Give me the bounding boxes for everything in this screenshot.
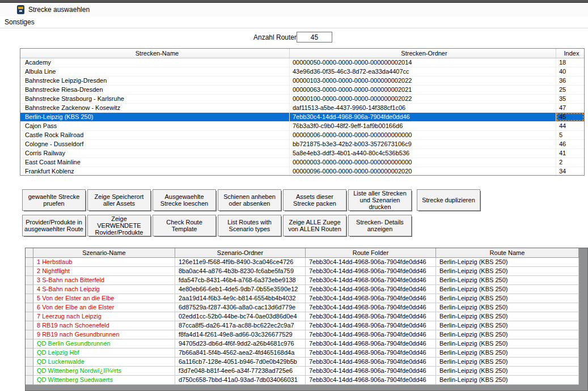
scenario-cell-route_folder[interactable]: 7ebb30c4-14dd-4968-906a-7904fde0dd46 [306,267,436,276]
scenario-cell-route_folder[interactable]: 7ebb30c4-14dd-4968-906a-7904fde0dd46 [306,276,436,285]
scenario-cell-folder[interactable]: f3d7e048-b81f-4ee6-a34f-77238ad725e6 [175,367,306,376]
btn-zeige-speicherort-aller-assets[interactable]: Zeige Speicherort aller Assets [87,189,151,211]
table-row[interactable]: 5 Von der Elster an die Elbe2aa19d14-f6b… [26,294,587,303]
table-row[interactable]: 2 Nightflight8ba0ac44-a876-4b3b-8230-fc6… [26,267,587,276]
scenario-cell-name[interactable]: 2 Nightflight [33,267,175,276]
row-header[interactable] [26,285,33,294]
btn-liste-aller-strecken-und-szenarien-drucken[interactable]: Liste aller Strecken und Szenarien druck… [348,189,412,211]
scenario-cell-folder[interactable]: 94705d23-db6d-4f6f-9dd2-a26b4681c976 [175,339,306,348]
route-cell-folder[interactable]: 00000103-0000-0000-0000-000000002022 [290,76,556,85]
table-row[interactable]: 3 S-Bahn nach Bitterfeldfda547cb-8431-46… [26,276,587,285]
column-header-szenario-ordner[interactable]: Szenario-Ordner [175,248,306,258]
row-header[interactable] [26,258,33,267]
scenario-cell-folder[interactable]: fda547cb-8431-46b4-a768-6a373ebe9138 [175,276,306,285]
scenario-cell-folder[interactable]: 6a116cb7-128e-4051-b946-7d0e0b429b5b [175,358,306,367]
scenario-cell-folder[interactable]: d750c658-7bbd-41a0-93ad-7db034066031 [175,376,306,385]
table-row[interactable]: Cologne - Dusseldorfbb721875-b3e3-42b2-b… [20,140,584,149]
route-cell-name[interactable]: Bahnstrecke Zackenow - Kosewitz [20,104,290,112]
route-cell-name[interactable]: Castle Rock Railroad [20,131,290,139]
scenario-cell-folder[interactable]: 7b66a841-5f4b-4562-aea2-4fd465168d4a [175,348,306,358]
row-header[interactable] [26,303,33,312]
row-header[interactable] [26,294,33,303]
route-cell-name[interactable]: Academy [20,58,290,67]
table-row[interactable]: 6 Von der Elbe an die Elster6d87529a-f28… [26,303,587,312]
route-cell-folder[interactable]: 5a8e4eb3-ddf3-4b01-a440-80c4c536b536 [290,149,556,158]
row-header[interactable] [26,267,33,276]
route-cell-index[interactable]: 41 [556,149,584,158]
scenario-cell-route_name[interactable]: Berlin-Leipzig (KBS 250) [436,376,579,385]
scenario-cell-route_folder[interactable]: 7ebb30c4-14dd-4968-906a-7904fde0dd46 [306,376,436,385]
scenario-cell-name[interactable]: QD Berlin Gesundbrunnen [33,339,175,348]
scenario-cell-route_folder[interactable]: 7ebb30c4-14dd-4968-906a-7904fde0dd46 [306,358,436,367]
route-cell-folder[interactable]: daf11513-a5be-4437-9960-14f388cf1c06 [290,104,556,112]
scenario-cell-route_folder[interactable]: 7ebb30c4-14dd-4968-906a-7904fde0dd46 [306,312,436,321]
scenario-cell-route_name[interactable]: Berlin-Leipzig (KBS 250) [436,358,579,367]
route-cell-index[interactable]: 25 [556,86,584,94]
route-cell-name[interactable]: East Coast Mainline [20,158,290,167]
scenario-cell-route_name[interactable]: Berlin-Leipzig (KBS 250) [436,312,579,321]
table-row[interactable]: East Coast Mainline00000003-0000-0000-00… [20,158,584,167]
route-cell-folder[interactable]: 43e96d36-0f35-46c3-8d72-ea33da4407cc [290,67,556,76]
column-header-strecken-name[interactable]: Strecken-Name [20,49,290,58]
column-header-strecken-ordner[interactable]: Strecken-Ordner [290,49,556,58]
route-cell-index[interactable]: 2 [556,158,584,167]
scenario-cell-folder[interactable]: 126e11e9-f568-4f9b-8490-3ca046ce4726 [175,258,306,267]
scenario-cell-name[interactable]: 8 RB19 nach Schoenefeld [33,321,175,330]
scenario-cell-route_folder[interactable]: 7ebb30c4-14dd-4968-906a-7904fde0dd46 [306,285,436,294]
table-row[interactable]: QD Wittenberg Suedwaertsd750c658-7bbd-41… [26,376,587,385]
scenario-cell-route_name[interactable]: Berlin-Leipzig (KBS 250) [436,321,579,330]
route-cell-folder[interactable]: 00000096-0000-0000-0000-000000002020 [290,167,556,176]
scenario-cell-folder[interactable]: 2aa19d14-f6b3-4e9c-b814-6554bb4b4032 [175,294,306,303]
row-header[interactable] [26,321,33,330]
scenario-cell-folder[interactable]: 6d87529a-f287-4306-a8a0-cac13d6d779e [175,303,306,312]
btn-provider-produkte-in-ausgewaehlter-route[interactable]: Provider/Produkte in ausgewaehlter Route [22,215,86,236]
scenario-cell-name[interactable]: 1 Herbstlaub [33,258,175,267]
scenario-cell-route_folder[interactable]: 7ebb30c4-14dd-4968-906a-7904fde0dd46 [306,330,436,339]
scenario-cell-route_folder[interactable]: 7ebb30c4-14dd-4968-906a-7904fde0dd46 [306,348,436,358]
scenario-cell-name[interactable]: 9 RB19 nach Gesundbrunnen [33,330,175,339]
table-row[interactable]: Corris Railway5a8e4eb3-ddf3-4b01-a440-80… [20,149,584,158]
scenario-cell-name[interactable]: 7 Leerzug nach Leipzig [33,312,175,321]
route-cell-index[interactable]: 36 [556,76,584,85]
scenario-cell-route_folder[interactable]: 7ebb30c4-14dd-4968-906a-7904fde0dd46 [306,367,436,376]
table-row[interactable]: Academy00000050-0000-0000-0000-000000002… [20,58,584,67]
scenario-cell-name[interactable]: QD Leipzig Hbf [33,348,175,358]
route-cell-folder[interactable]: 7ebb30c4-14dd-4968-906a-7904fde0dd46 [290,113,556,121]
anzahl-routen-input[interactable] [297,32,332,42]
table-row[interactable]: QD Leipzig Hbf7b66a841-5f4b-4562-aea2-4f… [26,348,587,358]
scenario-cell-route_name[interactable]: Berlin-Leipzig (KBS 250) [436,330,579,339]
scenario-cell-folder[interactable]: 87cca8f5-da26-417a-ac88-bc622ec2c9a7 [175,321,306,330]
route-cell-name[interactable]: Bahnstrecke Strasbourg - Karlsruhe [20,95,290,103]
btn-zeige-verwendete-rovider-produkte[interactable]: Zeige VERWENDETE Rovider/Produkte [87,215,151,236]
btn-ausgewaehlte-strecke-loeschen[interactable]: Ausgewaehlte Strecke loeschen [153,189,216,211]
btn-strecken-details-anzeigen[interactable]: Strecken- Details anzeigen [348,215,412,236]
scenario-cell-route_name[interactable]: Berlin-Leipzig (KBS 250) [436,303,579,312]
table-row[interactable]: QD Berlin Gesundbrunnen94705d23-db6d-4f6… [26,339,587,348]
row-header[interactable] [26,330,33,339]
scenario-cell-route_folder[interactable]: 7ebb30c4-14dd-4968-906a-7904fde0dd46 [306,258,436,267]
route-cell-name[interactable]: Berlin-Leipzig (KBS 250) [20,113,290,121]
table-row[interactable]: 7 Leerzug nach Leipzig02edd1cc-52b0-44be… [26,312,587,321]
table-row[interactable]: Cajon Pass76b3a3f0-c9b0-48f2-9eff-1af9b0… [20,122,584,131]
column-header-index[interactable]: Index [556,49,584,58]
menu-item-sonstiges[interactable]: Sonstiges [0,17,39,27]
scenario-cell-route_folder[interactable]: 7ebb30c4-14dd-4968-906a-7904fde0dd46 [306,303,436,312]
table-row[interactable]: Albula Line43e96d36-0f35-46c3-8d72-ea33d… [20,67,584,76]
scenario-cell-route_name[interactable]: Berlin-Leipzig (KBS 250) [436,267,579,276]
route-cell-name[interactable]: Corris Railway [20,149,290,158]
column-header-szenario-name[interactable]: Szenario-Name [33,248,175,258]
scenario-cell-route_name[interactable]: Berlin-Leipzig (KBS 250) [436,348,579,358]
route-cell-index[interactable]: 45 [556,113,584,121]
scenario-cell-name[interactable]: 4 S-Bahn nach Leipzig [33,285,175,294]
scenario-cell-route_name[interactable]: Berlin-Leipzig (KBS 250) [436,367,579,376]
route-cell-folder[interactable]: 00000100-0000-0000-0000-000000002022 [290,95,556,103]
scenario-cell-name[interactable]: QD Luckenwalde [33,358,175,367]
route-cell-folder[interactable]: 00000003-0000-0000-0000-000000000000 [290,158,556,167]
column-header-route-folder[interactable]: Route Folder [306,248,436,258]
row-header[interactable] [26,276,33,285]
table-row[interactable]: Castle Rock Railroad00000006-0000-0000-0… [20,131,584,140]
table-row[interactable]: 8 RB19 nach Schoenefeld87cca8f5-da26-417… [26,321,587,330]
btn-strecke-duplizieren[interactable]: Strecke duplizieren [417,189,480,211]
route-cell-folder[interactable]: bb721875-b3e3-42b2-b003-3572673106c9 [290,140,556,148]
row-header[interactable] [26,312,33,321]
